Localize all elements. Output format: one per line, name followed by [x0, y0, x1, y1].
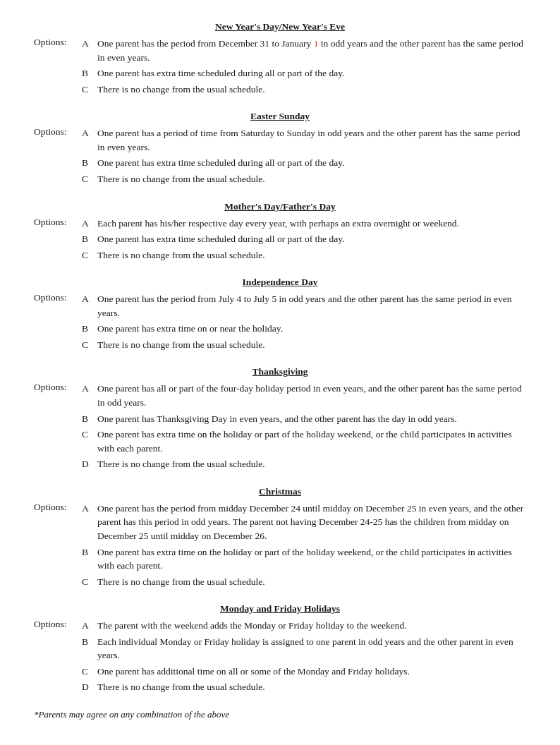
options-list-thanksgiving: AOne parent has all or part of the four-…	[82, 382, 526, 473]
option-letter-easter-B: B	[82, 156, 97, 170]
option-letter-thanksgiving-B: B	[82, 412, 97, 426]
option-item-christmas-B: BOne parent has extra time on the holida…	[82, 545, 526, 573]
section-monday-friday: Monday and Friday HolidaysOptions:AThe p…	[34, 603, 526, 696]
option-text-thanksgiving-B: One parent has Thanksgiving Day in even …	[97, 412, 526, 426]
option-letter-independence-A: A	[82, 292, 97, 320]
options-block-easter: Options:AOne parent has a period of time…	[34, 126, 526, 188]
option-text-independence-A: One parent has the period from July 4 to…	[97, 292, 526, 320]
page: New Year's Day/New Year's EveOptions:AOn…	[0, 0, 560, 745]
option-letter-christmas-B: B	[82, 545, 97, 573]
option-item-independence-A: AOne parent has the period from July 4 t…	[82, 292, 526, 320]
option-text-mothers-fathers-A: Each parent has his/her respective day e…	[97, 217, 526, 231]
option-text-thanksgiving-C: One parent has extra time on the holiday…	[97, 428, 526, 455]
option-item-easter-C: CThere is no change from the usual sched…	[82, 172, 526, 186]
section-title-independence: Independence Day	[34, 277, 526, 288]
option-text-christmas-C: There is no change from the usual schedu…	[97, 575, 526, 589]
footnote: *Parents may agree on any combination of…	[34, 709, 526, 720]
options-label-independence: Options:	[34, 292, 82, 353]
option-text-new-years-C: There is no change from the usual schedu…	[97, 83, 526, 97]
option-text-easter-A: One parent has a period of time from Sat…	[97, 126, 526, 154]
section-title-christmas: Christmas	[34, 486, 526, 497]
options-label-monday-friday: Options:	[34, 619, 82, 696]
options-label-christmas: Options:	[34, 502, 82, 590]
option-letter-thanksgiving-D: D	[82, 457, 97, 471]
options-label-thanksgiving: Options:	[34, 382, 82, 473]
options-label-new-years: Options:	[34, 37, 82, 98]
option-text-monday-friday-C: One parent has additional time on all or…	[97, 665, 526, 679]
section-title-mothers-fathers: Mother's Day/Father's Day	[34, 201, 526, 212]
option-letter-easter-C: C	[82, 172, 97, 186]
option-letter-thanksgiving-C: C	[82, 428, 97, 455]
section-title-easter: Easter Sunday	[34, 111, 526, 122]
option-letter-christmas-C: C	[82, 575, 97, 589]
option-item-monday-friday-B: BEach individual Monday or Friday holida…	[82, 635, 526, 662]
option-item-christmas-A: AOne parent has the period from midday D…	[82, 502, 526, 543]
options-block-thanksgiving: Options:AOne parent has all or part of t…	[34, 382, 526, 473]
option-letter-thanksgiving-A: A	[82, 382, 97, 409]
options-label-mothers-fathers: Options:	[34, 217, 82, 265]
option-item-new-years-C: CThere is no change from the usual sched…	[82, 83, 526, 97]
options-block-new-years: Options:AOne parent has the period from …	[34, 37, 526, 98]
option-text-mothers-fathers-B: One parent has extra time scheduled duri…	[97, 232, 526, 246]
option-item-new-years-A: AOne parent has the period from December…	[82, 37, 526, 64]
option-item-christmas-C: CThere is no change from the usual sched…	[82, 575, 526, 589]
option-text-monday-friday-D: There is no change from the usual schedu…	[97, 680, 526, 694]
option-letter-independence-C: C	[82, 338, 97, 352]
option-text-independence-C: There is no change from the usual schedu…	[97, 338, 526, 352]
option-item-mothers-fathers-C: CThere is no change from the usual sched…	[82, 248, 526, 262]
option-text-easter-C: There is no change from the usual schedu…	[97, 172, 526, 186]
option-text-christmas-B: One parent has extra time on the holiday…	[97, 545, 526, 573]
section-title-monday-friday: Monday and Friday Holidays	[34, 603, 526, 614]
option-item-monday-friday-D: DThere is no change from the usual sched…	[82, 680, 526, 694]
options-list-independence: AOne parent has the period from July 4 t…	[82, 292, 526, 353]
option-item-easter-B: BOne parent has extra time scheduled dur…	[82, 156, 526, 170]
option-item-new-years-B: BOne parent has extra time scheduled dur…	[82, 66, 526, 80]
options-list-easter: AOne parent has a period of time from Sa…	[82, 126, 526, 188]
option-item-thanksgiving-A: AOne parent has all or part of the four-…	[82, 382, 526, 409]
options-block-independence: Options:AOne parent has the period from …	[34, 292, 526, 353]
options-list-monday-friday: AThe parent with the weekend adds the Mo…	[82, 619, 526, 696]
option-item-monday-friday-C: COne parent has additional time on all o…	[82, 665, 526, 679]
option-item-easter-A: AOne parent has a period of time from Sa…	[82, 126, 526, 154]
options-list-mothers-fathers: AEach parent has his/her respective day …	[82, 217, 526, 265]
option-item-thanksgiving-B: BOne parent has Thanksgiving Day in even…	[82, 412, 526, 426]
option-letter-monday-friday-C: C	[82, 665, 97, 679]
option-letter-monday-friday-B: B	[82, 635, 97, 662]
options-block-christmas: Options:AOne parent has the period from …	[34, 502, 526, 590]
section-thanksgiving: ThanksgivingOptions:AOne parent has all …	[34, 366, 526, 473]
option-text-thanksgiving-A: One parent has all or part of the four-d…	[97, 382, 526, 409]
section-title-new-years: New Year's Day/New Year's Eve	[34, 21, 526, 32]
option-letter-easter-A: A	[82, 126, 97, 154]
option-text-thanksgiving-D: There is no change from the usual schedu…	[97, 457, 526, 471]
option-text-new-years-B: One parent has extra time scheduled duri…	[97, 66, 526, 80]
options-block-monday-friday: Options:AThe parent with the weekend add…	[34, 619, 526, 696]
options-list-christmas: AOne parent has the period from midday D…	[82, 502, 526, 590]
option-text-christmas-A: One parent has the period from midday De…	[97, 502, 526, 543]
option-text-independence-B: One parent has extra time on or near the…	[97, 322, 526, 336]
option-text-easter-B: One parent has extra time scheduled duri…	[97, 156, 526, 170]
option-item-independence-C: CThere is no change from the usual sched…	[82, 338, 526, 352]
option-item-monday-friday-A: AThe parent with the weekend adds the Mo…	[82, 619, 526, 633]
option-letter-new-years-B: B	[82, 66, 97, 80]
option-letter-independence-B: B	[82, 322, 97, 336]
options-block-mothers-fathers: Options:AEach parent has his/her respect…	[34, 217, 526, 265]
option-item-thanksgiving-D: DThere is no change from the usual sched…	[82, 457, 526, 471]
option-letter-christmas-A: A	[82, 502, 97, 543]
option-item-independence-B: BOne parent has extra time on or near th…	[82, 322, 526, 336]
options-label-easter: Options:	[34, 126, 82, 188]
option-letter-new-years-A: A	[82, 37, 97, 64]
option-letter-new-years-C: C	[82, 83, 97, 97]
option-text-monday-friday-B: Each individual Monday or Friday holiday…	[97, 635, 526, 662]
section-independence: Independence DayOptions:AOne parent has …	[34, 277, 526, 353]
section-easter: Easter SundayOptions:AOne parent has a p…	[34, 111, 526, 188]
option-letter-monday-friday-D: D	[82, 680, 97, 694]
option-letter-mothers-fathers-B: B	[82, 232, 97, 246]
option-text-mothers-fathers-C: There is no change from the usual schedu…	[97, 248, 526, 262]
section-title-thanksgiving: Thanksgiving	[34, 366, 526, 377]
option-letter-mothers-fathers-A: A	[82, 217, 97, 231]
option-item-mothers-fathers-B: BOne parent has extra time scheduled dur…	[82, 232, 526, 246]
section-christmas: ChristmasOptions:AOne parent has the per…	[34, 486, 526, 590]
section-new-years: New Year's Day/New Year's EveOptions:AOn…	[34, 21, 526, 98]
option-letter-monday-friday-A: A	[82, 619, 97, 633]
options-list-new-years: AOne parent has the period from December…	[82, 37, 526, 98]
